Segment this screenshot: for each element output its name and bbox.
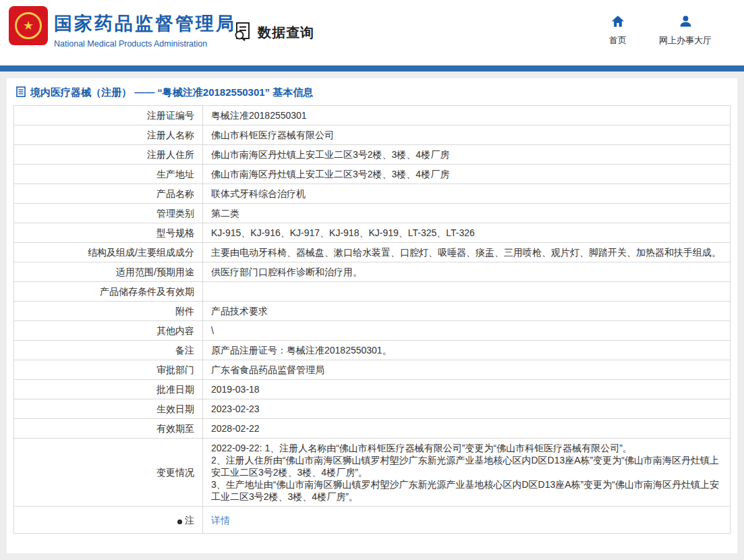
row-label: 批准日期	[14, 380, 203, 399]
table-row: 生效日期2023-02-23	[14, 399, 731, 419]
registration-info-table: 注册证编号粤械注准20182550301 注册人名称佛山市科钜医疗器械有限公司 …	[13, 105, 731, 534]
table-row: 产品名称联体式牙科综合治疗机	[14, 184, 731, 204]
row-value: 供医疗部门口腔科作诊断和治疗用。	[203, 262, 731, 282]
table-row: 结构及组成/主要组成成分主要由电动牙科椅、器械盘、漱口给水装置、口腔灯、吸唾器、…	[14, 243, 731, 262]
note-circle-icon	[177, 520, 182, 524]
header-divider-bar	[0, 65, 744, 72]
site-header: ★ 国家药品监督管理局 National Medical Products Ad…	[0, 0, 744, 65]
table-row: 其他内容\	[14, 321, 731, 341]
note-label: 注	[185, 515, 194, 526]
row-value: 2028-02-22	[203, 419, 731, 439]
row-value: 广东省食品药品监督管理局	[203, 360, 731, 380]
row-value: 原产品注册证号：粤械注准20182550301。	[203, 341, 731, 360]
row-value: 佛山市科钜医疗器械有限公司	[203, 125, 731, 145]
row-value: KJ-915、KJ-916、KJ-917、KJ-918、KJ-919、LT-32…	[203, 223, 731, 243]
nav-item-home[interactable]: 首页	[609, 15, 627, 47]
home-icon	[611, 15, 625, 30]
org-name-cn: 国家药品监督管理局	[54, 11, 236, 36]
row-value: 产品技术要求	[203, 302, 731, 321]
table-row: 审批部门广东省食品药品监督管理局	[14, 360, 731, 380]
row-label: 注册证编号	[14, 106, 203, 125]
row-value	[203, 282, 731, 302]
row-label: 审批部门	[14, 360, 203, 380]
nav-item-service-hall[interactable]: 网上办事大厅	[659, 15, 712, 47]
nav-hall-label: 网上办事大厅	[659, 34, 712, 47]
row-label: 生效日期	[14, 399, 203, 419]
emblem-ring: ★	[15, 12, 42, 39]
row-value: 联体式牙科综合治疗机	[203, 184, 731, 204]
org-name-en: National Medical Products Administration	[54, 39, 236, 49]
document-search-icon	[233, 21, 253, 44]
table-row-change-history: 变更情况2022-09-22: 1、注册人名称由“佛山市科钜医疗器械有限公司”变…	[14, 439, 731, 507]
row-value: 粤械注准20182550301	[203, 106, 731, 125]
user-icon	[679, 15, 692, 30]
nav-home-label: 首页	[609, 34, 627, 47]
row-label: 生产地址	[14, 165, 203, 184]
table-row: 型号规格KJ-915、KJ-916、KJ-917、KJ-918、KJ-919、L…	[14, 223, 731, 243]
page-title: 境内医疗器械（注册） —— “粤械注准20182550301” 基本信息	[30, 86, 313, 99]
row-label: 注册人名称	[14, 125, 203, 145]
data-query-label: 数据查询	[258, 24, 314, 42]
table-row: 管理类别第二类	[14, 204, 731, 223]
row-label: 有效期至	[14, 419, 203, 439]
document-icon	[16, 86, 26, 99]
national-emblem-logo: ★	[9, 6, 48, 45]
row-label: 变更情况	[14, 439, 203, 507]
table-row: 注册人名称佛山市科钜医疗器械有限公司	[14, 125, 731, 145]
row-label: 管理类别	[14, 204, 203, 223]
row-value: 佛山市南海区丹灶镇上安工业二区3号2楼、3楼、4楼厂房	[203, 145, 731, 165]
detail-link[interactable]: 详情	[211, 515, 230, 526]
row-value: 2022-09-22: 1、注册人名称由“佛山市科钜医疗器械有限公司”变更为“佛…	[203, 439, 731, 507]
row-label: 适用范围/预期用途	[14, 262, 203, 282]
row-label: 型号规格	[14, 223, 203, 243]
row-label: 附件	[14, 302, 203, 321]
site-brand: 国家药品监督管理局 National Medical Products Admi…	[54, 11, 236, 49]
row-label: 产品名称	[14, 184, 203, 204]
row-label: 结构及组成/主要组成成分	[14, 243, 203, 262]
emblem-star-icon: ★	[23, 20, 34, 32]
info-panel: 境内医疗器械（注册） —— “粤械注准20182550301” 基本信息 注册证…	[7, 78, 737, 553]
table-row: 附件产品技术要求	[14, 302, 731, 321]
row-value: 2023-02-23	[203, 399, 731, 419]
table-row: 生产地址佛山市南海区丹灶镇上安工业二区3号2楼、3楼、4楼厂房	[14, 165, 731, 184]
page-content: 境内医疗器械（注册） —— “粤械注准20182550301” 基本信息 注册证…	[0, 72, 744, 560]
table-row: 适用范围/预期用途供医疗部门口腔科作诊断和治疗用。	[14, 262, 731, 282]
table-row: 有效期至2028-02-22	[14, 419, 731, 439]
row-label: 产品储存条件及有效期	[14, 282, 203, 302]
row-value: 主要由电动牙科椅、器械盘、漱口给水装置、口腔灯、吸唾器、痰盂、三用喷枪、观片灯、…	[203, 243, 731, 262]
note-value-cell: 详情	[203, 507, 731, 534]
row-value: 2019-03-18	[203, 380, 731, 399]
top-nav: 首页 网上办事大厅	[609, 15, 712, 47]
row-label: 注册人住所	[14, 145, 203, 165]
table-row: 批准日期2019-03-18	[14, 380, 731, 399]
row-value: 佛山市南海区丹灶镇上安工业二区3号2楼、3楼、4楼厂房	[203, 165, 731, 184]
table-row-note: 注 详情	[14, 507, 731, 534]
row-label: 其他内容	[14, 321, 203, 341]
row-value: \	[203, 321, 731, 341]
table-row: 注册人住所佛山市南海区丹灶镇上安工业二区3号2楼、3楼、4楼厂房	[14, 145, 731, 165]
row-label: 备注	[14, 341, 203, 360]
table-row: 备注原产品注册证号：粤械注准20182550301。	[14, 341, 731, 360]
data-query-section[interactable]: 数据查询	[233, 21, 314, 44]
table-row: 产品储存条件及有效期	[14, 282, 731, 302]
page-title-row: 境内医疗器械（注册） —— “粤械注准20182550301” 基本信息	[7, 78, 737, 105]
note-label-cell: 注	[14, 507, 203, 534]
table-row: 注册证编号粤械注准20182550301	[14, 106, 731, 125]
row-value: 第二类	[203, 204, 731, 223]
